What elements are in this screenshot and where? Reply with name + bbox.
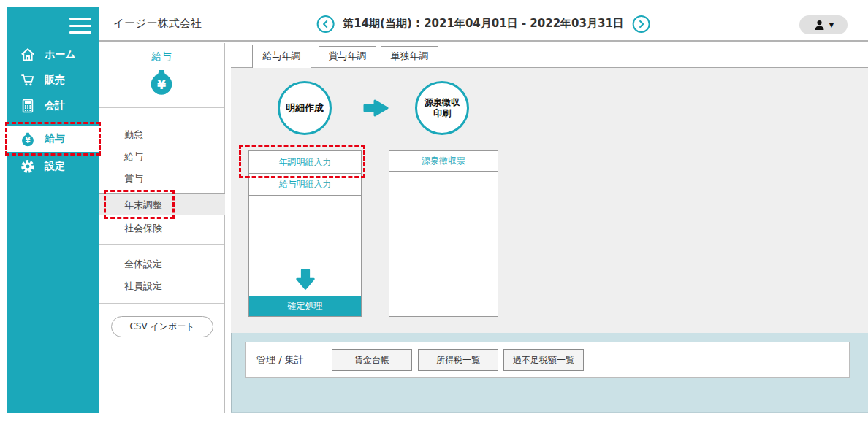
chevron-left-icon xyxy=(320,19,330,29)
sidebar-item-label: 設定 xyxy=(45,160,65,173)
step-label: 印刷 xyxy=(433,108,451,119)
divider xyxy=(99,244,224,245)
module-item-salary[interactable]: 給与 xyxy=(99,146,225,168)
chevron-right-icon xyxy=(636,19,647,29)
sidebar-item-settings[interactable]: 設定 xyxy=(7,156,99,177)
module-item-label: 勤怠 xyxy=(124,129,143,140)
user-menu-button[interactable]: ▼ xyxy=(799,15,848,34)
prev-period-button[interactable] xyxy=(316,15,334,33)
salary-detail-entry-button[interactable]: 給与明細入力 xyxy=(249,174,361,196)
sidebar-item-sales[interactable]: 販売 xyxy=(7,69,99,91)
module-item-label: 社会保険 xyxy=(124,223,162,234)
tab-salary-year-adjustment[interactable]: 給与年調 xyxy=(252,45,311,68)
module-item-bonus[interactable]: 賞与 xyxy=(99,168,225,190)
main-content: 給与年調 賞与年調 単独年調 明細作成 源泉徴収 印刷 年調明細入力 給与明細入… xyxy=(231,43,868,413)
home-icon xyxy=(20,47,36,63)
user-icon xyxy=(813,19,826,31)
sidebar-item-home[interactable]: ホーム xyxy=(7,44,99,66)
header: イージー株式会社 第14期(当期) : 2021年04月01日 - 2022年0… xyxy=(99,7,868,42)
csv-import-button[interactable]: CSV インポート xyxy=(111,316,213,337)
income-tax-list-button[interactable]: 所得税一覧 xyxy=(418,349,498,371)
module-item-label: 社員設定 xyxy=(124,280,162,291)
module-item-label: 賞与 xyxy=(124,173,143,184)
withholding-slip-button[interactable]: 源泉徴収票 xyxy=(389,151,498,172)
sidebar-item-accounting[interactable]: 会計 xyxy=(7,95,99,117)
svg-text:¥: ¥ xyxy=(157,77,166,92)
step-label: 明細作成 xyxy=(286,102,324,114)
step-withholding-print[interactable]: 源泉徴収 印刷 xyxy=(415,81,469,135)
calculator-icon xyxy=(20,98,36,114)
module-item-label: 全体設定 xyxy=(124,258,162,269)
sidebar-item-label: 販売 xyxy=(45,74,65,87)
module-item-label: 年末調整 xyxy=(124,199,162,210)
divider xyxy=(99,107,224,108)
period-navigator: 第14期(当期) : 2021年04月01日 - 2022年03月31日 xyxy=(316,7,650,40)
summary-label: 管理 / 集計 xyxy=(256,342,304,377)
module-item-label: 給与 xyxy=(124,151,143,162)
svg-text:¥: ¥ xyxy=(26,137,31,145)
module-item-year-end-adjustment[interactable]: 年末調整 xyxy=(99,193,225,215)
arrow-down-icon xyxy=(293,268,318,291)
module-title: 給与 xyxy=(99,50,224,64)
module-item-global-settings[interactable]: 全体設定 xyxy=(99,253,225,275)
hamburger-icon[interactable] xyxy=(69,18,91,34)
tax-balance-list-button[interactable]: 過不足税額一覧 xyxy=(503,349,584,371)
cart-icon xyxy=(20,72,36,88)
sidebar-item-label: 会計 xyxy=(45,99,65,112)
period-label: 第14期(当期) : 2021年04月01日 - 2022年03月31日 xyxy=(343,17,624,31)
next-period-button[interactable] xyxy=(633,15,650,33)
arrow-right-icon xyxy=(362,97,390,119)
confirm-process-button[interactable]: 確定処理 xyxy=(249,296,361,316)
money-bag-icon: ¥ xyxy=(20,131,36,147)
step-label: 源泉徴収 xyxy=(425,97,460,108)
detail-entry-box: 年調明細入力 給与明細入力 確定処理 xyxy=(248,150,362,317)
company-name: イージー株式会社 xyxy=(113,7,202,40)
gear-icon xyxy=(20,158,36,174)
module-item-social-insurance[interactable]: 社会保険 xyxy=(99,218,225,239)
summary-panel: 管理 / 集計 賃金台帳 所得税一覧 過不足税額一覧 xyxy=(231,333,868,413)
money-bag-icon: ¥ xyxy=(147,66,176,96)
wage-ledger-button[interactable]: 賃金台帳 xyxy=(332,349,412,371)
step-detail-creation[interactable]: 明細作成 xyxy=(278,81,332,135)
module-item-attendance[interactable]: 勤怠 xyxy=(99,124,225,146)
global-sidebar: ホーム 販売 会計 ¥ 給与 xyxy=(7,7,99,413)
module-item-employee-settings[interactable]: 社員設定 xyxy=(99,275,225,297)
chevron-down-icon: ▼ xyxy=(829,21,834,28)
summary-bar: 管理 / 集計 賃金台帳 所得税一覧 過不足税額一覧 xyxy=(245,342,850,378)
sidebar-item-payroll[interactable]: ¥ 給与 xyxy=(7,126,99,152)
divider xyxy=(99,303,224,304)
module-sidebar: 給与 ¥ 勤怠 給与 賞与 年末調整 社会保険 全体設定 社員設定 CSV イン… xyxy=(99,43,225,413)
tab-bonus-year-adjustment[interactable]: 賞与年調 xyxy=(319,46,376,66)
sidebar-item-label: 給与 xyxy=(45,132,65,145)
tab-standalone-year-adjustment[interactable]: 単独年調 xyxy=(381,46,438,66)
sidebar-item-label: ホーム xyxy=(45,48,76,61)
withholding-slip-box: 源泉徴収票 xyxy=(389,150,498,317)
year-adjustment-detail-entry-button[interactable]: 年調明細入力 xyxy=(249,151,361,174)
workflow-panel: 明細作成 源泉徴収 印刷 年調明細入力 給与明細入力 確定処理 源泉徴収票 xyxy=(231,67,868,333)
